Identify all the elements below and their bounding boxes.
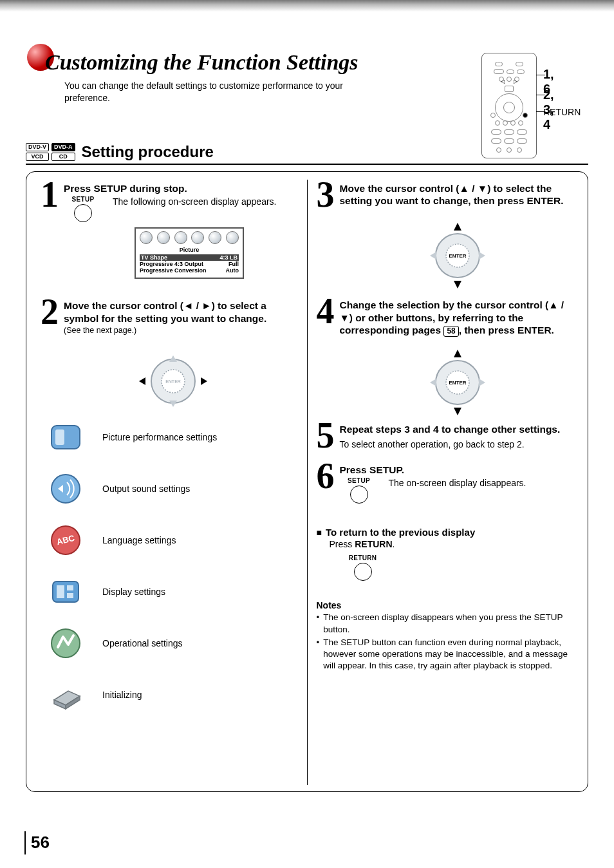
page: Customizing the Function Settings You ca… bbox=[0, 0, 614, 868]
category-picture: Picture performance settings bbox=[48, 420, 298, 455]
picture-icon bbox=[48, 420, 83, 455]
page-reference: 58 bbox=[443, 326, 458, 336]
osd-row-label: Progressive Conversion bbox=[140, 267, 207, 274]
category-initializing: Initializing bbox=[48, 677, 298, 712]
header: Customizing the Function Settings You ca… bbox=[0, 12, 614, 104]
return-instruction: Press RETURN. bbox=[330, 539, 574, 549]
category-sound: Output sound settings bbox=[48, 471, 298, 506]
step-3-title: Move the cursor control (▲ / ▼) to selec… bbox=[340, 182, 574, 207]
osd-row-value: Full bbox=[228, 261, 239, 267]
osd-icon bbox=[191, 231, 204, 244]
osd-icon bbox=[209, 231, 221, 244]
osd-icon bbox=[140, 231, 153, 244]
setup-label: SETUP bbox=[340, 477, 378, 484]
remote-body: ◁ ▷ bbox=[481, 53, 537, 158]
step-number: 6 bbox=[317, 461, 335, 504]
step-6: 6 Press SETUP. SETUP The on-screen displ… bbox=[317, 464, 574, 504]
return-heading: ■To return to the previous display bbox=[317, 527, 574, 538]
return-label: RETURN bbox=[344, 554, 382, 561]
osd-row-label: Progressive 4:3 Output bbox=[140, 261, 203, 267]
enter-label: ENTER bbox=[449, 253, 467, 259]
osd-preview: Picture TV Shape 4:3 LB Progressive 4:3 … bbox=[135, 227, 244, 279]
language-icon: ABC bbox=[48, 523, 83, 558]
step-1: 1 Press SETUP during stop. SETUP The fol… bbox=[41, 182, 298, 284]
svg-marker-31 bbox=[430, 379, 436, 386]
svg-rect-15 bbox=[67, 585, 73, 590]
step-number: 1 bbox=[41, 180, 59, 284]
left-column: 1 Press SETUP during stop. SETUP The fol… bbox=[32, 182, 307, 782]
svg-point-17 bbox=[51, 629, 80, 657]
category-label: Picture performance settings bbox=[102, 432, 217, 442]
disc-badges: DVD-V DVD-A VCD CD bbox=[26, 143, 75, 161]
return-button-icon bbox=[354, 563, 372, 581]
procedure-box: 1 Press SETUP during stop. SETUP The fol… bbox=[26, 171, 588, 792]
step-4: 4 Change the selection by the cursor con… bbox=[317, 299, 574, 336]
svg-marker-29 bbox=[454, 350, 461, 357]
setup-label: SETUP bbox=[64, 196, 102, 203]
operational-icon bbox=[48, 626, 83, 661]
svg-marker-30 bbox=[454, 408, 461, 415]
svg-marker-4 bbox=[201, 377, 207, 385]
svg-rect-16 bbox=[67, 593, 73, 598]
remote-callout-return: RETURN bbox=[543, 107, 581, 117]
step-number: 4 bbox=[317, 296, 335, 336]
step-number: 5 bbox=[317, 420, 335, 451]
cursor-pad-vertical-icon: ENTER bbox=[422, 220, 493, 291]
remote-diagram: ◁ ▷ 1, 6 2, 3, 4 RETURN bbox=[481, 53, 537, 158]
notes-heading: Notes bbox=[317, 600, 574, 610]
step-2: 2 Move the cursor control (◄ / ►) to sel… bbox=[41, 299, 298, 339]
badge-dvdv: DVD-V bbox=[26, 143, 49, 151]
step-2-title: Move the cursor control (◄ / ►) to selec… bbox=[64, 299, 298, 325]
setup-button-icon bbox=[74, 204, 92, 222]
svg-rect-8 bbox=[55, 429, 64, 445]
step-1-body: The following on-screen display appears. bbox=[113, 196, 298, 222]
initializing-icon bbox=[48, 677, 83, 712]
category-language: ABC Language settings bbox=[48, 523, 298, 558]
page-number: 56 bbox=[31, 833, 50, 853]
sound-icon bbox=[48, 471, 83, 506]
display-icon bbox=[48, 574, 83, 609]
note-item: • The on-screen display disappears when … bbox=[317, 612, 574, 635]
svg-marker-5 bbox=[169, 355, 177, 362]
svg-rect-14 bbox=[57, 585, 64, 598]
category-display: Display settings bbox=[48, 574, 298, 609]
badge-cd: CD bbox=[51, 153, 75, 161]
enter-label: ENTER bbox=[449, 380, 467, 386]
osd-heading: Picture bbox=[140, 247, 239, 253]
right-column: 3 Move the cursor control (▲ / ▼) to sel… bbox=[308, 182, 583, 782]
badge-vcd: VCD bbox=[26, 153, 49, 161]
osd-row-label: TV Shape bbox=[141, 254, 167, 261]
svg-marker-26 bbox=[479, 252, 485, 259]
step-5-title: Repeat steps 3 and 4 to change other set… bbox=[340, 423, 574, 435]
category-label: Output sound settings bbox=[102, 484, 190, 494]
category-operational: Operational settings bbox=[48, 626, 298, 661]
osd-icon bbox=[157, 231, 170, 244]
step-6-body: The on-screen display disappears. bbox=[389, 477, 574, 504]
page-title: Customizing the Function Settings bbox=[45, 50, 373, 75]
category-label: Initializing bbox=[102, 690, 142, 700]
cursor-pad-vertical-icon: ENTER bbox=[422, 347, 493, 418]
return-button-graphic: RETURN bbox=[344, 554, 382, 581]
svg-marker-6 bbox=[169, 401, 177, 407]
decorative-top-gradient bbox=[0, 0, 614, 12]
step-4-title: Change the selection by the cursor contr… bbox=[340, 299, 574, 336]
svg-marker-24 bbox=[454, 281, 461, 288]
category-label: Display settings bbox=[102, 587, 165, 597]
osd-icon bbox=[174, 231, 187, 244]
cursor-pad-horizontal-icon: ENTER bbox=[138, 349, 209, 413]
category-label: Language settings bbox=[102, 535, 176, 545]
svg-marker-3 bbox=[139, 377, 145, 385]
step-5: 5 Repeat steps 3 and 4 to change other s… bbox=[317, 423, 574, 451]
svg-text:ENTER: ENTER bbox=[165, 379, 181, 384]
category-label: Operational settings bbox=[102, 638, 183, 648]
see-next-page: (See the next page.) bbox=[64, 326, 298, 335]
step-3: 3 Move the cursor control (▲ / ▼) to sel… bbox=[317, 182, 574, 211]
osd-row-value: 4:3 LB bbox=[219, 254, 237, 261]
svg-marker-25 bbox=[430, 252, 436, 259]
svg-marker-23 bbox=[454, 223, 461, 231]
step-6-title: Press SETUP. bbox=[340, 464, 574, 476]
svg-marker-32 bbox=[479, 379, 485, 386]
step-1-title: Press SETUP during stop. bbox=[64, 182, 298, 194]
osd-icon bbox=[226, 231, 239, 244]
step-number: 3 bbox=[317, 180, 335, 211]
